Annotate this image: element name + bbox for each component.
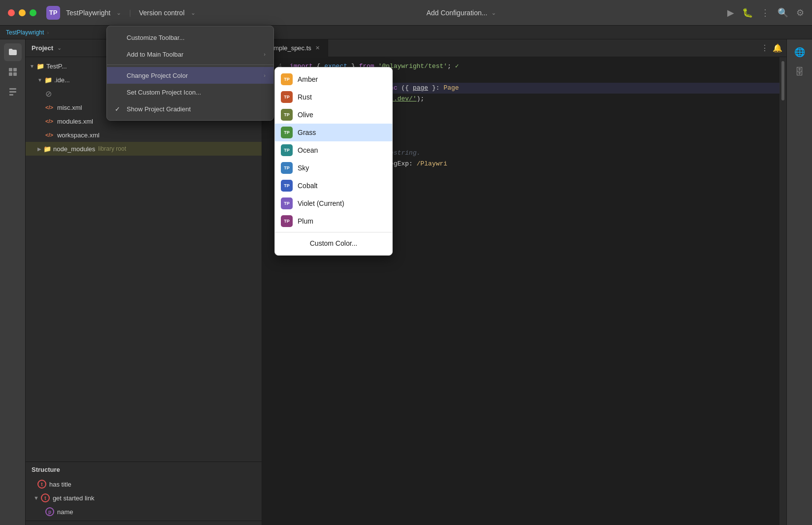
svg-rect-2 <box>9 72 12 76</box>
add-config-label[interactable]: Add Configuration... <box>426 9 487 17</box>
color-label-violet: Violet (Current) <box>298 199 344 207</box>
custom-color-button[interactable]: Custom Color... <box>275 234 392 252</box>
sidebar-item-more[interactable]: ··· <box>4 517 22 525</box>
warning-button[interactable]: ⚠ <box>77 523 91 525</box>
color-item-plum[interactable]: TP Plum <box>275 212 392 230</box>
more-icon[interactable]: ⋮ <box>761 7 770 18</box>
color-label-grass: Grass <box>298 129 316 136</box>
color-item-rust[interactable]: TP Rust <box>275 88 392 106</box>
struct-label-name: name <box>57 508 73 516</box>
color-item-ocean[interactable]: TP Ocean <box>275 141 392 159</box>
project-name[interactable]: TestPlaywright <box>66 9 110 17</box>
color-item-cobalt[interactable]: TP Cobalt <box>275 177 392 195</box>
arrow-right-icon-2: › <box>264 72 266 78</box>
color-dot-plum: TP <box>281 215 293 227</box>
tab-bar: ample_spec.ts ✕ ⋮ 🔔 <box>262 39 786 57</box>
svg-rect-6 <box>9 94 13 96</box>
tree-item-workspace-xml[interactable]: </> workspace.xml <box>26 128 262 142</box>
run-button[interactable]: ▶ <box>30 523 43 525</box>
struct-item-has-title[interactable]: t has title <box>32 477 256 491</box>
color-label-amber: Amber <box>298 75 318 83</box>
right-sidebar-db[interactable]: 🗄 <box>791 63 809 81</box>
color-label-ocean: Ocean <box>298 146 318 154</box>
menu-change-project-color[interactable]: Change Project Color › <box>107 67 273 84</box>
tab-bar-right: ⋮ 🔔 <box>761 43 786 53</box>
editor-scrollbar[interactable] <box>779 57 786 525</box>
structure-title: Structure <box>32 466 256 473</box>
color-dot-sky: TP <box>281 162 293 174</box>
color-dot-cobalt: TP <box>281 180 293 192</box>
color-dot-rust: TP <box>281 91 293 103</box>
color-label-plum: Plum <box>298 217 313 225</box>
color-dot-olive: TP <box>281 109 293 121</box>
vc-chevron[interactable]: ⌄ <box>191 9 196 16</box>
breadcrumb-project[interactable]: TestPlaywright <box>6 29 44 36</box>
sidebar-item-modules[interactable] <box>4 83 22 100</box>
color-item-sky[interactable]: TP Sky <box>275 159 392 177</box>
debug-icon[interactable]: 🐛 <box>742 7 753 18</box>
project-chevron[interactable]: ⌄ <box>116 9 121 16</box>
svg-rect-3 <box>13 72 17 76</box>
struct-label-get-started: get started link <box>53 494 95 502</box>
scrollbar-thumb[interactable] <box>781 61 784 100</box>
breadcrumb-separator: › <box>47 30 49 35</box>
menu-add-main-toolbar[interactable]: Add to Main Toolbar › <box>107 46 273 63</box>
project-panel-title: Project <box>32 44 53 52</box>
struct-item-get-started[interactable]: ▼ t get started link <box>32 491 256 505</box>
menu-customize-toolbar[interactable]: Customize Toolbar... <box>107 29 273 46</box>
play-icon[interactable]: ▶ <box>727 7 734 18</box>
menu-divider-1 <box>107 65 273 65</box>
color-dot-violet: TP <box>281 197 293 209</box>
git-button[interactable] <box>93 523 106 525</box>
color-label-olive: Olive <box>298 111 313 119</box>
struct-label-has-title: has title <box>49 481 71 488</box>
minimize-button[interactable] <box>19 9 26 16</box>
sidebar-item-folder[interactable] <box>4 43 22 61</box>
menu-set-custom-icon[interactable]: Set Custom Project Icon... <box>107 84 273 100</box>
tree-item-node-modules[interactable]: ▶ 📁 node_modules library root <box>26 142 262 156</box>
right-sidebar: 🌐 🗄 <box>786 39 812 525</box>
color-divider <box>275 232 392 232</box>
terminal-button[interactable] <box>61 523 75 525</box>
color-submenu[interactable]: TP Amber TP Rust TP Olive TP Grass TP Oc… <box>274 67 393 256</box>
sidebar-item-components[interactable] <box>4 63 22 81</box>
titlebar: TP TestPlaywright ⌄ | Version control ⌄ … <box>0 0 812 26</box>
notification-icon[interactable]: 🔔 <box>773 43 782 53</box>
color-label-sky: Sky <box>298 164 309 172</box>
project-panel-chevron[interactable]: ⌄ <box>57 45 62 51</box>
svg-rect-4 <box>9 88 16 90</box>
struct-badge-p: p <box>45 507 54 516</box>
tab-close-icon[interactable]: ✕ <box>315 45 320 51</box>
color-label-cobalt: Cobalt <box>298 182 317 190</box>
svg-rect-5 <box>9 91 16 93</box>
color-item-violet[interactable]: TP Violet (Current) <box>275 195 392 212</box>
color-item-amber[interactable]: TP Amber <box>275 70 392 88</box>
right-sidebar-globe[interactable]: 🌐 <box>791 43 809 61</box>
color-dot-grass: TP <box>281 127 293 138</box>
tab-more-icon[interactable]: ⋮ <box>761 43 769 53</box>
project-badge: TP <box>46 6 60 20</box>
titlebar-center: Add Configuration... ⌄ <box>202 9 721 17</box>
svg-rect-1 <box>13 68 17 71</box>
settings-icon[interactable]: ⚙ <box>796 7 804 18</box>
struct-item-name[interactable]: p name <box>32 505 256 519</box>
svg-rect-0 <box>9 68 12 71</box>
add-config-chevron[interactable]: ⌄ <box>491 9 496 16</box>
struct-badge-t2: t <box>41 493 50 502</box>
bottom-toolbar: ▶ ⚠ <box>26 521 262 525</box>
color-item-grass[interactable]: TP Grass <box>275 124 392 141</box>
context-menu[interactable]: Customize Toolbar... Add to Main Toolbar… <box>106 26 274 121</box>
search-icon[interactable]: 🔍 <box>778 7 788 18</box>
menu-show-gradient[interactable]: ✓ Show Project Gradient <box>107 100 273 117</box>
playwright-button[interactable] <box>45 523 59 525</box>
color-item-olive[interactable]: TP Olive <box>275 106 392 124</box>
structure-section: Structure t has title ▼ t get started li… <box>26 461 262 521</box>
traffic-lights <box>8 9 36 16</box>
close-button[interactable] <box>8 9 15 16</box>
version-control-label[interactable]: Version control <box>139 9 185 17</box>
titlebar-right: ▶ 🐛 ⋮ 🔍 ⚙ <box>727 7 804 18</box>
color-label-rust: Rust <box>298 93 312 101</box>
maximize-button[interactable] <box>30 9 36 16</box>
arrow-right-icon: › <box>264 51 266 57</box>
color-dot-amber: TP <box>281 73 293 85</box>
